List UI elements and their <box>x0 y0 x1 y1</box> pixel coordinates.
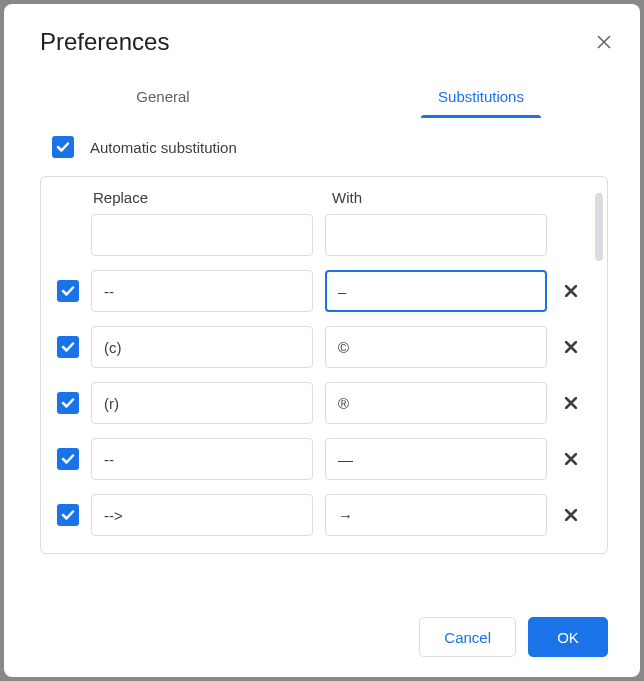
delete-row-button[interactable] <box>559 279 583 303</box>
scrollbar[interactable] <box>595 193 603 261</box>
close-icon <box>565 285 577 297</box>
row-checkbox[interactable] <box>57 336 79 358</box>
close-icon <box>565 453 577 465</box>
table-row <box>57 494 583 536</box>
close-button[interactable] <box>592 30 616 54</box>
close-icon <box>565 509 577 521</box>
preferences-dialog: Preferences General Substitutions Automa… <box>4 4 640 677</box>
ok-button[interactable]: OK <box>528 617 608 657</box>
auto-substitution-checkbox[interactable] <box>52 136 74 158</box>
row-checkbox[interactable] <box>57 448 79 470</box>
close-icon <box>565 397 577 409</box>
with-input[interactable] <box>325 382 547 424</box>
tabs: General Substitutions <box>4 76 640 118</box>
table-row <box>57 382 583 424</box>
close-icon <box>565 341 577 353</box>
table-row <box>57 438 583 480</box>
tab-general[interactable]: General <box>4 76 322 117</box>
cancel-button[interactable]: Cancel <box>419 617 516 657</box>
replace-input[interactable] <box>91 214 313 256</box>
with-input[interactable] <box>325 214 547 256</box>
delete-row-button[interactable] <box>559 447 583 471</box>
table-row <box>57 214 583 256</box>
delete-row-button <box>559 223 583 247</box>
row-checkbox[interactable] <box>57 280 79 302</box>
delete-row-button[interactable] <box>559 335 583 359</box>
delete-row-button[interactable] <box>559 503 583 527</box>
column-replace-header: Replace <box>93 189 308 206</box>
with-input[interactable] <box>325 494 547 536</box>
replace-input[interactable] <box>91 438 313 480</box>
row-checkbox[interactable] <box>57 504 79 526</box>
table-row <box>57 326 583 368</box>
close-icon <box>597 35 611 49</box>
replace-input[interactable] <box>91 494 313 536</box>
delete-row-button[interactable] <box>559 391 583 415</box>
with-input[interactable] <box>325 326 547 368</box>
replace-input[interactable] <box>91 270 313 312</box>
dialog-title: Preferences <box>40 28 169 56</box>
replace-input[interactable] <box>91 326 313 368</box>
with-input[interactable] <box>325 438 547 480</box>
tab-substitutions[interactable]: Substitutions <box>322 76 640 117</box>
replace-input[interactable] <box>91 382 313 424</box>
with-input[interactable] <box>325 270 547 312</box>
column-with-header: With <box>332 189 547 206</box>
table-row <box>57 270 583 312</box>
auto-substitution-label: Automatic substitution <box>90 139 237 156</box>
substitutions-table: Replace With <box>40 176 608 554</box>
row-checkbox[interactable] <box>57 392 79 414</box>
